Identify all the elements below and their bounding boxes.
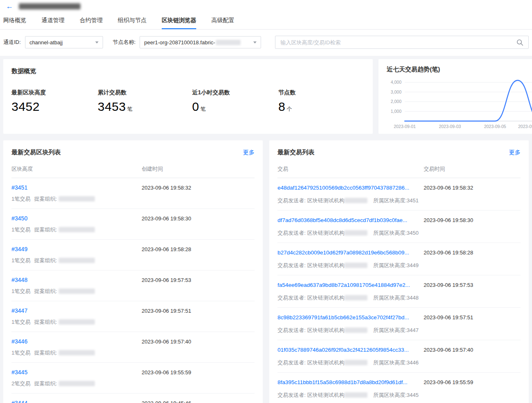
tab-contract-management[interactable]: 合约管理	[80, 12, 103, 29]
tx-hash-link[interactable]: 8c98b223369791fa61b5cb662e155a3ce702f4f2…	[277, 314, 417, 321]
block-create-time: 2023-09-06 19:58:28	[142, 246, 191, 252]
txs-more-link[interactable]: 更多	[509, 149, 521, 156]
block-proposer-label: 提案组织:	[34, 288, 57, 295]
tab-network-overview[interactable]: 网络概览	[3, 12, 26, 29]
transaction-row: df7ad76d0368bf5e408dc8d6d5cecd7df1b039c0…	[277, 211, 521, 243]
tx-hash-link[interactable]: 01f035c7889746a026f92f0a3c2f4212605f9854…	[277, 346, 417, 354]
search-box	[275, 36, 529, 49]
tab-channel-management[interactable]: 通道管理	[41, 12, 64, 29]
block-height-link[interactable]: #3447	[11, 307, 28, 315]
node-select[interactable]: peer1-org-2087100018.fabric-	[140, 36, 261, 48]
redacted-sender-blur	[344, 360, 367, 365]
block-height-link[interactable]: #3449	[11, 245, 28, 253]
trend-line-chart: 1,0002,0003,0004,0002023-09-012023-09-03…	[387, 76, 532, 134]
svg-text:3,000: 3,000	[391, 89, 401, 94]
svg-text:2,000: 2,000	[391, 99, 401, 104]
topbar: ←	[0, 0, 532, 12]
block-row: #3449 1笔交易 提案组织: 2023-09-06 19:58:28	[11, 240, 255, 270]
stat-label: 节点数	[278, 89, 365, 96]
block-row: #3450 1笔交易 提案组织: 2023-09-06 19:58:30	[11, 209, 255, 240]
overview-stats: 最新区块高度3452累计交易数3453笔近1小时交易数0笔节点数8个	[11, 89, 365, 114]
svg-text:2023-09-05: 2023-09-05	[484, 124, 506, 129]
back-button[interactable]: ←	[6, 2, 13, 10]
block-height-link[interactable]: #3446	[11, 338, 28, 346]
redacted-proposer-org-blur	[59, 258, 95, 263]
svg-text:2023-09-07: 2023-09-07	[518, 124, 532, 129]
block-create-time: 2023-09-06 19:58:32	[142, 185, 191, 191]
redacted-proposer-org-blur	[59, 289, 95, 294]
block-tx-count: 1笔交易	[11, 349, 30, 356]
blocks-more-link[interactable]: 更多	[243, 149, 255, 156]
node-select-value: peer1-org-2087100018.fabric-	[144, 39, 215, 46]
tab-advanced-config[interactable]: 高级配置	[211, 12, 234, 29]
redacted-sender-blur	[344, 295, 367, 300]
svg-text:2023-09-01: 2023-09-01	[394, 124, 416, 129]
txs-list: e48daf12647925100569db2cc0563ff970437887…	[277, 178, 521, 403]
tx-time: 2023-09-06 19:57:40	[424, 347, 473, 353]
tx-time: 2023-09-06 19:58:30	[424, 217, 473, 223]
block-height-link[interactable]: #3448	[11, 276, 28, 284]
redacted-proposer-org-blur	[59, 381, 95, 386]
search-input[interactable]	[280, 39, 516, 46]
svg-text:4,000: 4,000	[391, 80, 401, 85]
overview-stat: 节点数8个	[278, 89, 365, 114]
block-row: #3445 2笔交易 提案组织: 2023-09-06 19:55:59	[11, 363, 255, 394]
node-name-label: 节点名称:	[113, 39, 136, 46]
block-proposer-label: 提案组织:	[34, 257, 57, 264]
txs-table-header: 交易 交易时间	[277, 165, 521, 178]
redacted-node-suffix-blur	[216, 40, 241, 45]
stat-unit: 笔	[127, 106, 133, 112]
trend-chart-title: 近七天交易趋势(笔)	[387, 66, 532, 73]
tx-sender: 交易发送者: 区块链测试机构	[277, 229, 344, 236]
content-area: 数据概览 最新区块高度3452累计交易数3453笔近1小时交易数0笔节点数8个 …	[0, 56, 532, 403]
search-icon[interactable]	[516, 39, 523, 46]
blocks-table-header: 区块高度 创建时间	[11, 165, 255, 178]
block-row: #3446 1笔交易 提案组织: 2023-09-06 19:57:40	[11, 332, 255, 363]
transaction-row: b27d4c282cb009e10d62f97a08982d19e6bc568b…	[277, 243, 521, 275]
block-proposer-label: 提案组织:	[34, 195, 57, 202]
tx-block-height: 所属区块高度:3449	[373, 262, 419, 269]
tx-hash-link[interactable]: 8fa395c11bbb1f15a58c6988d1b7d8a8bd20f9d6…	[277, 378, 417, 386]
block-row: #3451 1笔交易 提案组织: 2023-09-06 19:58:32	[11, 178, 255, 209]
block-row: #3444 1笔交易 提案组织: 2023-09-06 19:45:46	[11, 394, 255, 403]
block-tx-count: 1笔交易	[11, 288, 30, 295]
block-proposer-label: 提案组织:	[34, 349, 57, 356]
tab-org-and-nodes[interactable]: 组织与节点	[118, 12, 147, 29]
channel-id-label: 通道ID:	[3, 39, 21, 46]
block-row: #3448 1笔交易 提案组织: 2023-09-06 19:57:53	[11, 270, 255, 301]
block-height-link[interactable]: #3444	[11, 399, 28, 403]
svg-text:1,000: 1,000	[391, 109, 401, 114]
channel-select[interactable]: channel-atbajj	[25, 36, 103, 48]
tab-blockchain-explorer[interactable]: 区块链浏览器	[162, 12, 196, 29]
tx-block-height: 所属区块高度:3451	[373, 197, 419, 204]
stat-value: 3452	[11, 100, 98, 114]
tx-sender: 交易发送者: 区块链测试机构	[277, 327, 344, 334]
block-height-link[interactable]: #3451	[11, 184, 28, 192]
overview-stat: 累计交易数3453笔	[98, 89, 192, 114]
stat-label: 累计交易数	[98, 89, 192, 96]
tx-time: 2023-09-06 19:57:51	[424, 314, 473, 321]
transaction-row: e48daf12647925100569db2cc0563ff970437887…	[277, 178, 521, 211]
data-overview-card: 数据概览 最新区块高度3452累计交易数3453笔近1小时交易数0笔节点数8个	[3, 59, 373, 134]
block-create-time: 2023-09-06 19:45:46	[142, 400, 191, 403]
tx-sender: 交易发送者: 区块链测试机构	[277, 262, 344, 269]
block-create-time: 2023-09-06 19:57:51	[142, 308, 191, 314]
tx-hash-link[interactable]: df7ad76d0368bf5e408dc8d6d5cecd7df1b039c0…	[277, 216, 417, 224]
block-height-link[interactable]: #3445	[11, 369, 28, 376]
tx-time: 2023-09-06 19:58:28	[424, 250, 473, 256]
tab-bar: 网络概览通道管理合约管理组织与节点区块链浏览器高级配置	[0, 12, 532, 30]
col-create-time: 创建时间	[142, 165, 163, 173]
redacted-sender-blur	[344, 230, 367, 236]
chevron-down-icon	[95, 41, 99, 44]
redacted-sender-blur	[344, 327, 367, 333]
tx-hash-link[interactable]: e48daf12647925100569db2cc0563ff970437887…	[277, 184, 417, 192]
tx-hash-link[interactable]: b27d4c282cb009e10d62f97a08982d19e6bc568b…	[277, 249, 417, 256]
tx-hash-link[interactable]: fa54ee69ead637a9bd8b72a10981705e41884d97…	[277, 281, 417, 289]
block-create-time: 2023-09-06 19:58:30	[142, 215, 191, 222]
block-tx-count: 1笔交易	[11, 257, 30, 264]
col-transaction-time: 交易时间	[424, 165, 445, 173]
block-proposer-label: 提案组织:	[34, 318, 57, 325]
latest-blocks-panel: 最新交易区块列表 更多 区块高度 创建时间 #3451 1笔交易 提案组织: 2…	[3, 140, 263, 403]
block-create-time: 2023-09-06 19:57:53	[142, 277, 191, 283]
block-height-link[interactable]: #3450	[11, 215, 28, 222]
